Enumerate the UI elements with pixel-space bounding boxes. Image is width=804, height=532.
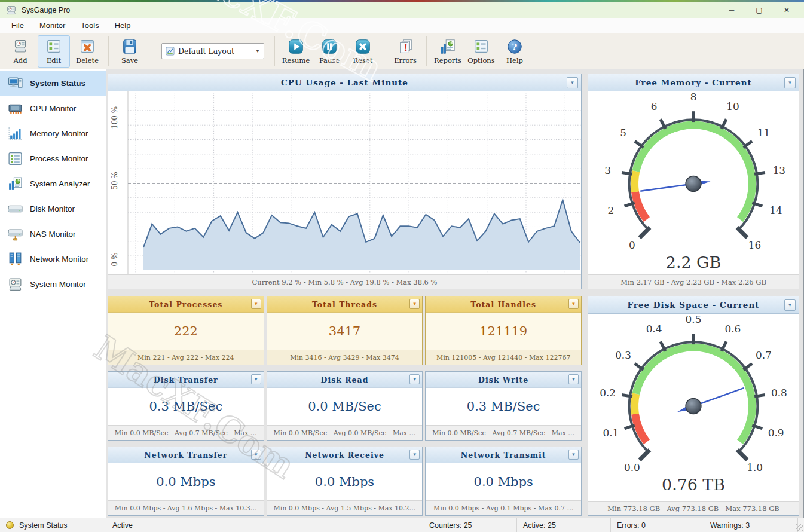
pause-icon (320, 38, 338, 56)
tile-menu-button[interactable]: ▼ (409, 299, 420, 309)
help-icon: ? (506, 38, 524, 56)
tile-value: 0.0 MB/Sec (267, 388, 423, 425)
tile-stats: Min 3416 - Avg 3429 - Max 3474 (267, 350, 423, 365)
tile-menu-button[interactable]: ▼ (568, 374, 579, 384)
disk-panel-menu-button[interactable]: ▼ (784, 299, 796, 311)
tile-menu-button[interactable]: ▼ (251, 374, 261, 384)
menu-file[interactable]: File (4, 19, 32, 32)
edit-button[interactable]: Edit (38, 35, 70, 68)
window-title: SysGauge Pro (22, 6, 70, 14)
add-button[interactable]: Add (4, 35, 36, 68)
tile-network-transfer: Network Transfer▼ 0.0 Mbps Min 0.0 Mbps … (108, 447, 264, 516)
tile-menu-button[interactable]: ▼ (568, 450, 579, 460)
chevron-down-icon: ▼ (571, 377, 576, 382)
tile-menu-button[interactable]: ▼ (409, 374, 420, 384)
tile-value: 0.3 MB/Sec (426, 388, 581, 425)
tile-stats: Min 121005 - Avg 121440 - Max 122767 (426, 350, 581, 365)
resize-grip[interactable] (796, 524, 803, 531)
memory-panel-menu-button[interactable]: ▼ (784, 77, 796, 88)
maximize-button[interactable]: ▢ (745, 2, 773, 18)
free-disk-space-gauge: 0.00.10.20.30.40.50.60.70.80.91.00.76 TB (588, 314, 799, 501)
minimize-button[interactable]: ─ (718, 2, 745, 18)
status-errors-segment: Errors: 0 (611, 518, 704, 532)
tile-row-counts: Total Processes▼ 222 Min 221 - Avg 222 -… (108, 296, 582, 365)
tile-stats: Min 0.0 MB/Sec - Avg 0.7 MB/Sec - Max … (108, 425, 264, 440)
tile-row-disk: Disk Transfer▼ 0.3 MB/Sec Min 0.0 MB/Sec… (108, 371, 582, 441)
play-icon (287, 38, 305, 56)
svg-text:100 %: 100 % (111, 106, 119, 129)
cpu-usage-panel: CPU Usage - Last Minute ▼ 100 %50 %0 % C… (108, 74, 582, 289)
save-button[interactable]: Save (114, 35, 146, 68)
tile-stats: Min 0.0 MB/Sec - Avg 0.7 MB/Sec - Max … (426, 425, 581, 440)
close-button[interactable]: ✕ (773, 2, 800, 18)
network-servers-icon (7, 251, 23, 267)
sidebar-item-disk-monitor[interactable]: Disk Monitor (0, 196, 106, 221)
layout-select[interactable]: Default Layout ▼ (161, 43, 264, 59)
tile-total-handles: Total Handles▼ 121119 Min 121005 - Avg 1… (425, 296, 582, 365)
sysgauge-window: SysGauge Pro ─ ▢ ✕ File Monitor Tools He… (0, 0, 804, 532)
svg-text:8: 8 (690, 91, 697, 103)
sidebar-item-memory-monitor[interactable]: Memory Monitor (0, 121, 106, 146)
svg-text:0.7: 0.7 (756, 349, 772, 361)
free-disk-space-panel: Free Disk Space - Current ▼ 0.00.10.20.3… (588, 296, 799, 516)
sidebar-item-process-monitor[interactable]: Process Monitor (0, 146, 106, 171)
pause-button[interactable]: Pause (313, 35, 346, 68)
status-state-segment: Active (106, 518, 423, 532)
tile-disk-read: Disk Read▼ 0.0 MB/Sec Min 0.0 MB/Sec - A… (267, 371, 423, 441)
svg-text:13: 13 (773, 164, 786, 176)
menu-help[interactable]: Help (107, 19, 139, 32)
menu-tools[interactable]: Tools (73, 19, 106, 32)
status-counters-segment: Counters: 25 (423, 518, 517, 532)
svg-text:0: 0 (629, 239, 635, 251)
tile-stats: Min 0.0 Mbps - Avg 1.5 Mbps - Max 10.2… (267, 500, 423, 515)
svg-text:5: 5 (620, 127, 626, 139)
tile-menu-button[interactable]: ▼ (251, 450, 261, 460)
tile-menu-button[interactable]: ▼ (568, 299, 579, 309)
resume-button[interactable]: Resume (280, 35, 312, 68)
options-icon (472, 38, 490, 56)
status-warnings-segment: Warnings: 3 (704, 518, 798, 532)
sidebar-item-system-monitor[interactable]: System Monitor (0, 271, 106, 296)
options-button[interactable]: Options (465, 35, 497, 68)
sidebar-item-network-monitor[interactable]: Network Monitor (0, 246, 106, 271)
tile-total-threads: Total Threads▼ 3417 Min 3416 - Avg 3429 … (267, 296, 423, 365)
tile-network-receive: Network Receive▼ 0.0 Mbps Min 0.0 Mbps -… (267, 447, 423, 516)
sidebar-item-nas-monitor[interactable]: NAS Monitor (0, 221, 106, 246)
app-icon (6, 5, 17, 16)
cpu-panel-menu-button[interactable]: ▼ (567, 77, 578, 88)
reports-button[interactable]: Reports (432, 35, 464, 68)
title-bar: SysGauge Pro ─ ▢ ✕ (0, 2, 804, 18)
svg-text:0.5: 0.5 (686, 314, 702, 325)
errors-button[interactable]: ! Errors (389, 35, 421, 68)
tile-menu-button[interactable]: ▼ (251, 299, 261, 309)
reset-x-icon (354, 38, 372, 56)
disk-panel-title: Free Disk Space - Current (627, 300, 759, 310)
memory-gauge-body: 02356810111314162.2 GB (588, 91, 799, 274)
memory-panel-title: Free Memory - Current (635, 78, 752, 87)
status-bar: System Status Active Counters: 25 Active… (0, 518, 804, 532)
svg-text:2: 2 (608, 204, 615, 216)
cpu-chart-body: 100 %50 %0 % (108, 91, 581, 274)
chevron-down-icon: ▼ (788, 81, 793, 85)
tile-menu-button[interactable]: ▼ (409, 450, 420, 460)
dashboard: CPU Usage - Last Minute ▼ 100 %50 %0 % C… (106, 69, 804, 518)
delete-button[interactable]: Delete (71, 35, 103, 68)
help-button[interactable]: ? Help (499, 35, 531, 68)
add-icon (11, 38, 29, 56)
sidebar: System Status CPU Monitor Memory Monitor… (0, 69, 106, 518)
save-icon (121, 38, 139, 56)
tile-total-processes: Total Processes▼ 222 Min 221 - Avg 222 -… (108, 296, 264, 365)
sidebar-item-system-analyzer[interactable]: System Analyzer (0, 171, 106, 196)
sidebar-item-cpu-monitor[interactable]: CPU Monitor (0, 96, 106, 121)
svg-text:14: 14 (769, 204, 782, 216)
sidebar-item-system-status[interactable]: System Status (0, 71, 106, 96)
svg-text:2.2 GB: 2.2 GB (666, 253, 721, 271)
toolbar-separator (274, 36, 275, 66)
tile-disk-transfer: Disk Transfer▼ 0.3 MB/Sec Min 0.0 MB/Sec… (108, 371, 264, 441)
cpu-panel-title: CPU Usage - Last Minute (281, 78, 408, 87)
menu-monitor[interactable]: Monitor (32, 19, 73, 32)
reset-button[interactable]: Reset (347, 35, 379, 68)
chevron-down-icon: ▼ (253, 302, 258, 307)
toolbar: Add Edit Delete Save Default Layout ▼ Re… (0, 33, 804, 69)
tile-value: 0.0 Mbps (426, 463, 581, 500)
